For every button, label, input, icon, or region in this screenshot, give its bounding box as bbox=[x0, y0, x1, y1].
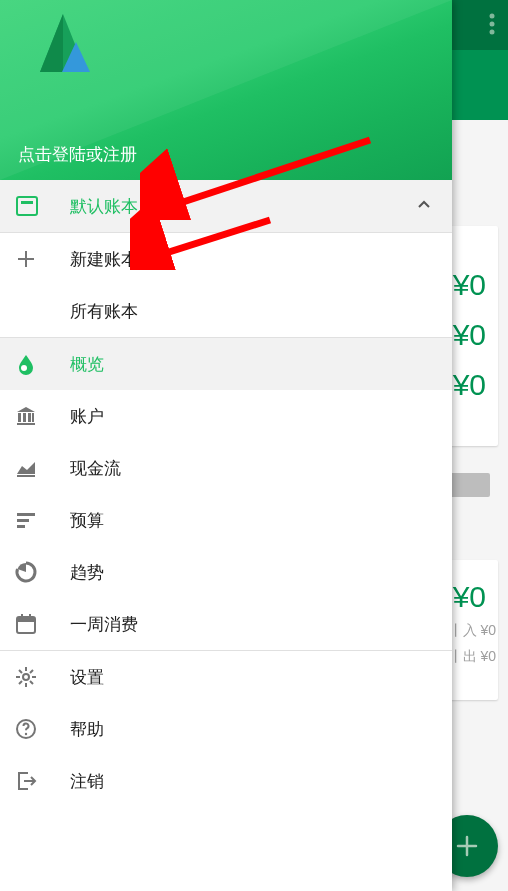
droplet-icon bbox=[14, 352, 56, 376]
svg-rect-17 bbox=[21, 614, 23, 619]
nav-accounts[interactable]: 账户 bbox=[0, 390, 452, 442]
bank-icon bbox=[14, 404, 56, 428]
nav-overview[interactable]: 概览 bbox=[0, 338, 452, 390]
nav-weekly[interactable]: 一周消费 bbox=[0, 598, 452, 650]
svg-rect-4 bbox=[21, 201, 33, 204]
svg-point-1 bbox=[490, 22, 495, 27]
login-register-link[interactable]: 点击登陆或注册 bbox=[18, 143, 137, 166]
svg-rect-7 bbox=[23, 413, 26, 422]
footer-settings[interactable]: 设置 bbox=[0, 651, 452, 703]
calendar-icon bbox=[14, 612, 56, 636]
footer-logout-label: 注销 bbox=[70, 770, 104, 793]
ledger-all[interactable]: 所有账本 bbox=[0, 285, 452, 337]
nav-budget[interactable]: 预算 bbox=[0, 494, 452, 546]
svg-rect-12 bbox=[17, 513, 35, 516]
nav-trend[interactable]: 趋势 bbox=[0, 546, 452, 598]
bg-amount-3: ¥0 bbox=[453, 368, 486, 402]
bars-icon bbox=[14, 508, 56, 532]
overflow-menu-icon[interactable] bbox=[482, 4, 502, 44]
footer-help[interactable]: 帮助 bbox=[0, 703, 452, 755]
chevron-up-icon bbox=[416, 196, 432, 216]
trend-icon bbox=[14, 560, 56, 584]
svg-rect-14 bbox=[17, 525, 25, 528]
svg-rect-9 bbox=[32, 413, 34, 422]
bg-amount-4: ¥0 bbox=[453, 580, 486, 614]
svg-rect-18 bbox=[29, 614, 31, 619]
nav-weekly-label: 一周消费 bbox=[70, 613, 138, 636]
svg-rect-13 bbox=[17, 519, 29, 522]
nav-accounts-label: 账户 bbox=[70, 405, 104, 428]
svg-point-21 bbox=[25, 733, 27, 735]
svg-rect-6 bbox=[18, 413, 21, 422]
svg-rect-11 bbox=[17, 475, 35, 477]
ledger-default[interactable]: 默认账本 bbox=[0, 180, 452, 232]
svg-point-19 bbox=[23, 674, 29, 680]
plus-icon bbox=[14, 247, 56, 271]
ledger-all-label: 所有账本 bbox=[70, 300, 138, 323]
logout-icon bbox=[14, 769, 56, 793]
ledger-default-label: 默认账本 bbox=[70, 195, 138, 218]
ledger-new-label: 新建账本 bbox=[70, 248, 138, 271]
nav-cashflow-label: 现金流 bbox=[70, 457, 121, 480]
footer-logout[interactable]: 注销 bbox=[0, 755, 452, 807]
svg-point-0 bbox=[490, 14, 495, 19]
svg-rect-10 bbox=[17, 423, 35, 425]
nav-trend-label: 趋势 bbox=[70, 561, 104, 584]
bg-amount-1: ¥0 bbox=[453, 268, 486, 302]
footer-help-label: 帮助 bbox=[70, 718, 104, 741]
svg-point-2 bbox=[490, 30, 495, 35]
nav-budget-label: 预算 bbox=[70, 509, 104, 532]
drawer-header[interactable]: 点击登陆或注册 bbox=[0, 0, 452, 180]
ledger-new[interactable]: 新建账本 bbox=[0, 233, 452, 285]
plus-icon bbox=[453, 832, 481, 860]
svg-point-5 bbox=[21, 365, 27, 371]
svg-rect-3 bbox=[17, 197, 37, 215]
footer-settings-label: 设置 bbox=[70, 666, 104, 689]
svg-rect-16 bbox=[17, 617, 35, 622]
chart-area-icon bbox=[14, 456, 56, 480]
svg-rect-8 bbox=[28, 413, 31, 422]
bg-expense-text: 丨出 ¥0 bbox=[449, 648, 496, 666]
nav-overview-label: 概览 bbox=[70, 353, 104, 376]
ledger-icon bbox=[14, 193, 56, 219]
bg-income-text: 丨入 ¥0 bbox=[449, 622, 496, 640]
help-icon bbox=[14, 717, 56, 741]
bg-amount-2: ¥0 bbox=[453, 318, 486, 352]
app-logo-icon bbox=[28, 8, 98, 82]
nav-cashflow[interactable]: 现金流 bbox=[0, 442, 452, 494]
gear-icon bbox=[14, 665, 56, 689]
navigation-drawer: 点击登陆或注册 默认账本 新建账本 所有账本 概览 账户 bbox=[0, 0, 452, 891]
